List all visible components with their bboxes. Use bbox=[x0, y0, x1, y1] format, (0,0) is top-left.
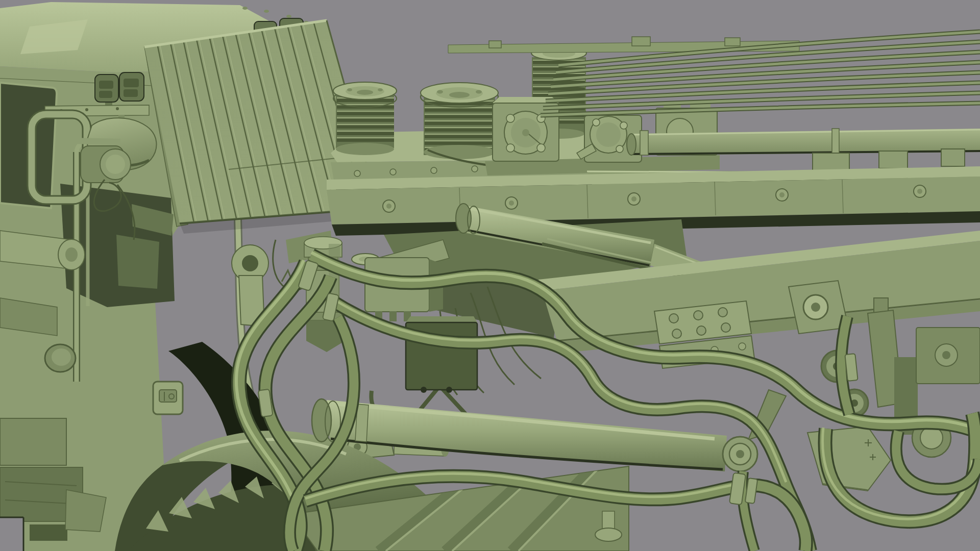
background-gap bbox=[0, 517, 23, 551]
render-canvas bbox=[0, 0, 980, 551]
cab-seat bbox=[116, 235, 159, 289]
cable-spool-a bbox=[333, 82, 397, 155]
support-foot bbox=[595, 528, 622, 541]
door-latch bbox=[153, 382, 183, 414]
fuel-cap bbox=[45, 344, 76, 372]
viewport-3d[interactable] bbox=[0, 0, 980, 551]
electrical-box bbox=[406, 316, 477, 393]
cable-spool-b bbox=[421, 83, 498, 159]
